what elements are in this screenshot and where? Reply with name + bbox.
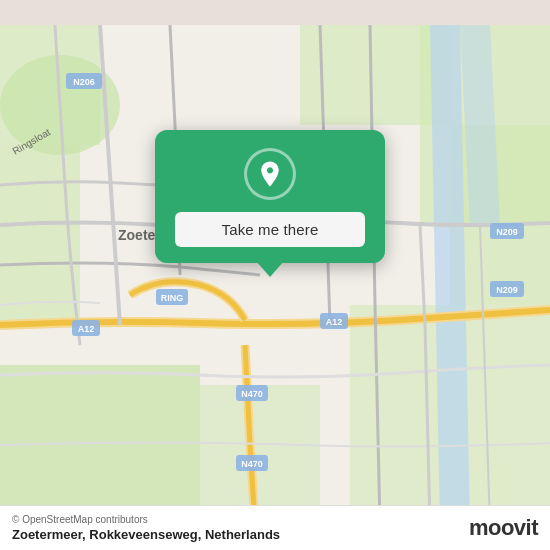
svg-text:N206: N206 xyxy=(73,77,95,87)
svg-text:RING: RING xyxy=(161,293,184,303)
copyright-text: © OpenStreetMap contributors xyxy=(12,514,280,525)
location-icon-wrapper xyxy=(244,148,296,200)
svg-text:N470: N470 xyxy=(241,459,263,469)
moovit-logo: moovit xyxy=(469,515,538,541)
take-me-there-button[interactable]: Take me there xyxy=(175,212,365,247)
location-label: Zoetermeer, Rokkeveenseweg, Netherlands xyxy=(12,527,280,542)
popup-card: Take me there xyxy=(155,130,385,263)
bottom-left-info: © OpenStreetMap contributors Zoetermeer,… xyxy=(12,514,280,542)
svg-text:A12: A12 xyxy=(78,324,95,334)
svg-text:A12: A12 xyxy=(326,317,343,327)
svg-text:N470: N470 xyxy=(241,389,263,399)
map-container: N206 A12 A12 N470 N470 RING N209 N209 Zo… xyxy=(0,0,550,550)
moovit-logo-text: moovit xyxy=(469,515,538,541)
location-pin-icon xyxy=(255,159,285,189)
bottom-bar: © OpenStreetMap contributors Zoetermeer,… xyxy=(0,505,550,550)
svg-text:N209: N209 xyxy=(496,227,518,237)
svg-text:N209: N209 xyxy=(496,285,518,295)
